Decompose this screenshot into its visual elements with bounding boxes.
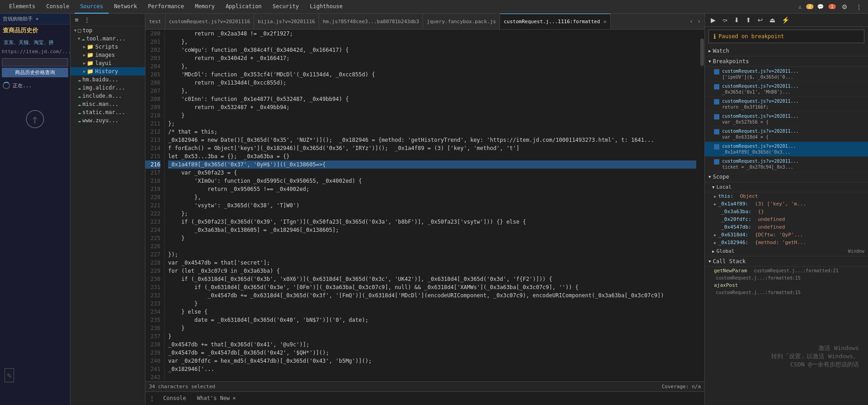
- breakpoint-item[interactable]: customRequest.js?v=202011... var _0x527b…: [705, 112, 868, 127]
- dont-pause-button[interactable]: ⚡: [779, 15, 792, 25]
- local-scope-header[interactable]: ▼ Local: [705, 182, 868, 192]
- bottom-tab-whatsnew[interactable]: What's New ×: [193, 392, 240, 405]
- code-line: });: [168, 250, 696, 259]
- bp-checkbox[interactable]: [714, 129, 719, 135]
- watch-section-header[interactable]: ▶ Watch: [705, 46, 868, 56]
- tab-console[interactable]: Console: [41, 0, 75, 14]
- scroll-up-button[interactable]: ↑: [26, 110, 44, 128]
- scrollbar-thumb[interactable]: [700, 39, 704, 66]
- scope-section-header[interactable]: ▼ Scope: [705, 172, 868, 182]
- line-number: 211: [145, 120, 160, 128]
- callstack-section-header[interactable]: ▼ Call Stack: [705, 256, 868, 267]
- tree-item-label: images: [95, 52, 115, 58]
- line-number: 215: [145, 152, 160, 160]
- tree-item-label: static.mar...: [82, 109, 125, 115]
- tree-item-label: misc.man...: [82, 101, 118, 107]
- global-scope-header[interactable]: ▶ GlobalWindow: [705, 246, 868, 256]
- more-options-button[interactable]: ⋮: [853, 2, 864, 11]
- step-out-button[interactable]: ⬆: [743, 15, 753, 25]
- breakpoints-section-header[interactable]: ▼ Breakpoints: [705, 56, 868, 67]
- breakpoint-item[interactable]: customRequest.js?v=202011... ['ipeUV']($…: [705, 67, 868, 82]
- more-tree-button[interactable]: ⋮: [82, 15, 92, 24]
- collapse-all-button[interactable]: ≡: [73, 15, 80, 24]
- file-tab-hm[interactable]: hm.js?85f48cee3...ba80781b243db3: [319, 14, 423, 30]
- bottom-tab-console[interactable]: Console: [159, 392, 191, 405]
- code-content[interactable]: return _0x2aa348 != _0x2f1927; }, 'coWgu…: [165, 30, 700, 381]
- close-tab-icon[interactable]: ×: [603, 18, 607, 25]
- tree-item-top[interactable]: ▼ □ top: [70, 26, 145, 35]
- file-tab-customrequest[interactable]: customRequest.js?v=20201116: [165, 14, 254, 30]
- tab-network[interactable]: Network: [109, 0, 143, 14]
- call-file: customRequest.j...:formatted:15: [716, 275, 801, 280]
- tree-item-include[interactable]: ☁ include.m...: [70, 92, 145, 100]
- resume-button[interactable]: ▶: [708, 15, 718, 25]
- bp-text: customRequest.js?v=202011... return _0x3…: [722, 98, 799, 110]
- code-line: var _0x50fa23 = {: [168, 169, 696, 177]
- breakpoint-item[interactable]: customRequest.js?v=20201... _0x1a4f89[_0…: [705, 142, 868, 157]
- bp-checkbox[interactable]: [714, 114, 719, 120]
- tree-item-tool[interactable]: ▼ ☁ tool.manr...: [70, 35, 145, 43]
- line-number: 207: [145, 87, 160, 95]
- bp-checkbox[interactable]: [714, 84, 719, 90]
- tab-lighthouse[interactable]: Lighthouse: [304, 0, 348, 14]
- tab-application[interactable]: Application: [220, 0, 267, 14]
- coverage-bar: 34 characters selected Coverage: n/a: [145, 381, 704, 391]
- tree-item-img[interactable]: ☁ img.alicdr...: [70, 84, 145, 92]
- tab-elements[interactable]: Elements: [4, 0, 41, 14]
- expand-icon: ▶: [714, 202, 716, 206]
- scope-item[interactable]: ▶_0x6318d4: {DCftw: 'QyP'...: [705, 231, 868, 239]
- tree-item-history[interactable]: ▶ 📁 History: [70, 67, 145, 75]
- tab-memory[interactable]: Memory: [190, 0, 220, 14]
- prev-tab-button[interactable]: ‹: [688, 17, 695, 25]
- tree-item-scripts[interactable]: ▶ 📁 Scripts: [70, 43, 145, 51]
- breakpoint-item[interactable]: customRequest.js?v=202011... var _0x6318…: [705, 127, 868, 142]
- edit-button[interactable]: ✎: [5, 368, 14, 382]
- breakpoint-item[interactable]: customRequest.js?v=202011... return _0x3…: [705, 97, 868, 112]
- callstack-item[interactable]: ajaxPost: [705, 281, 868, 289]
- file-tab-bijia[interactable]: bijia.js?v=20201116: [254, 14, 319, 30]
- step-into-button[interactable]: ⬇: [732, 15, 742, 25]
- scope-item[interactable]: ▶_0x182946: {method: 'getH...: [705, 239, 868, 246]
- file-tab-formatted[interactable]: customRequest.j...1116:formatted ×: [500, 14, 611, 30]
- tree-item-images[interactable]: ▶ 📁 images: [70, 51, 145, 59]
- bp-file: customRequest.js?v=202011...: [722, 113, 799, 119]
- tab-security[interactable]: Security: [267, 0, 304, 14]
- deactivate-button[interactable]: ⏏: [767, 15, 778, 25]
- close-bottom-tab-icon[interactable]: ×: [233, 395, 236, 401]
- bp-file: customRequest.js?v=20201...: [722, 143, 796, 149]
- file-tab-fancybox[interactable]: jquery.fancybox.pack.js: [423, 14, 500, 30]
- settings-button[interactable]: ⚙: [839, 2, 850, 11]
- tree-item-layui[interactable]: ▶ 📁 layui: [70, 59, 145, 67]
- tree-item-misc[interactable]: ☁ misc.man...: [70, 100, 145, 108]
- bp-label: Breakpoints: [713, 58, 748, 65]
- step-over-button[interactable]: ⤼: [720, 15, 730, 25]
- breakpoint-item[interactable]: customRequest.js?v=202011... ticket = _0…: [705, 157, 868, 172]
- callstack-item[interactable]: getNewParam customRequest.j...:formatted…: [705, 267, 868, 275]
- scope-item[interactable]: ▶this: Object: [705, 192, 868, 200]
- status-text: 正在...: [13, 82, 32, 89]
- next-tab-button[interactable]: ›: [696, 17, 703, 25]
- bp-checkbox[interactable]: [714, 69, 719, 75]
- bp-checkbox[interactable]: [714, 159, 719, 165]
- tab-sources[interactable]: Sources: [75, 0, 109, 14]
- tab-performance[interactable]: Performance: [143, 0, 190, 14]
- bp-checkbox[interactable]: [714, 144, 719, 150]
- line-number: 233: [145, 300, 160, 308]
- vertical-scrollbar[interactable]: [700, 30, 704, 381]
- tree-item-www[interactable]: ☁ www.zuyu...: [70, 116, 145, 125]
- scope-value: {}: [758, 209, 764, 215]
- bp-checkbox[interactable]: [714, 99, 719, 105]
- bottom-more-button[interactable]: ⋮: [149, 395, 155, 402]
- step-button[interactable]: ↩: [755, 15, 765, 25]
- callstack-item[interactable]: customRequest.j...:formatted:15: [705, 289, 868, 296]
- search-input[interactable]: [2, 58, 68, 66]
- breakpoint-item[interactable]: customRequest.js?v=202011... _0x365d('0x…: [705, 82, 868, 97]
- pause-indicator: ℹ Paused on breakpoint: [708, 30, 864, 43]
- scope-item[interactable]: ▶_0x1a4f89: (3) ['key', 'm...: [705, 200, 868, 208]
- tree-item-hm[interactable]: ☁ hm.baidu...: [70, 75, 145, 84]
- file-tab-test[interactable]: test: [145, 14, 165, 30]
- callstack-item[interactable]: customRequest.j...:formatted:15: [705, 275, 868, 281]
- tree-item-static[interactable]: ☁ static.mar...: [70, 108, 145, 116]
- cloud-icon: ☁: [78, 109, 81, 115]
- search-button[interactable]: 商品历史价格查询: [2, 68, 68, 77]
